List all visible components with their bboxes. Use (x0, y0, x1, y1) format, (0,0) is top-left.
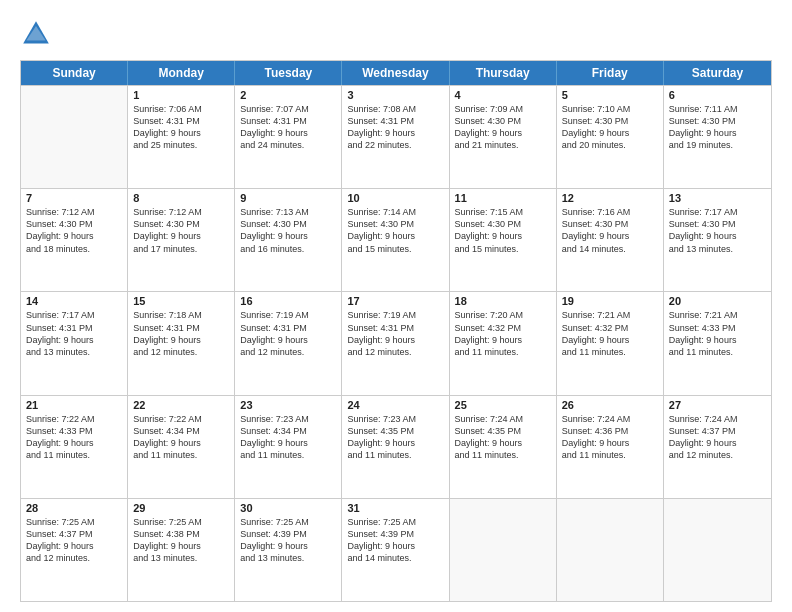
cal-cell: 31Sunrise: 7:25 AMSunset: 4:39 PMDayligh… (342, 499, 449, 601)
cell-line: Sunrise: 7:25 AM (240, 516, 336, 528)
cal-cell: 14Sunrise: 7:17 AMSunset: 4:31 PMDayligh… (21, 292, 128, 394)
cell-line: and 20 minutes. (562, 139, 658, 151)
day-number: 14 (26, 295, 122, 307)
cell-line: Sunrise: 7:10 AM (562, 103, 658, 115)
page: SundayMondayTuesdayWednesdayThursdayFrid… (0, 0, 792, 612)
cell-line: and 16 minutes. (240, 243, 336, 255)
cell-line: and 13 minutes. (133, 552, 229, 564)
cal-cell: 16Sunrise: 7:19 AMSunset: 4:31 PMDayligh… (235, 292, 342, 394)
cell-line: Sunset: 4:32 PM (455, 322, 551, 334)
cell-line: and 11 minutes. (26, 449, 122, 461)
cell-line: Daylight: 9 hours (669, 230, 766, 242)
day-number: 3 (347, 89, 443, 101)
cell-line: Sunset: 4:34 PM (133, 425, 229, 437)
cell-line: and 19 minutes. (669, 139, 766, 151)
cell-line: Sunrise: 7:25 AM (347, 516, 443, 528)
cell-line: Sunset: 4:30 PM (133, 218, 229, 230)
cal-cell: 8Sunrise: 7:12 AMSunset: 4:30 PMDaylight… (128, 189, 235, 291)
day-number: 24 (347, 399, 443, 411)
day-number: 4 (455, 89, 551, 101)
cell-line: Daylight: 9 hours (347, 437, 443, 449)
cal-cell (664, 499, 771, 601)
cell-line: Sunset: 4:31 PM (347, 322, 443, 334)
header (20, 18, 772, 50)
day-number: 25 (455, 399, 551, 411)
cell-line: Sunrise: 7:14 AM (347, 206, 443, 218)
cal-header-cell-thursday: Thursday (450, 61, 557, 85)
cal-cell: 12Sunrise: 7:16 AMSunset: 4:30 PMDayligh… (557, 189, 664, 291)
cell-line: and 18 minutes. (26, 243, 122, 255)
cell-line: and 21 minutes. (455, 139, 551, 151)
cell-line: Sunrise: 7:25 AM (26, 516, 122, 528)
cal-row-3: 21Sunrise: 7:22 AMSunset: 4:33 PMDayligh… (21, 395, 771, 498)
cell-line: and 11 minutes. (133, 449, 229, 461)
cal-row-2: 14Sunrise: 7:17 AMSunset: 4:31 PMDayligh… (21, 291, 771, 394)
cell-line: Sunrise: 7:23 AM (240, 413, 336, 425)
cell-line: Daylight: 9 hours (133, 230, 229, 242)
cell-line: Sunset: 4:30 PM (455, 115, 551, 127)
cell-line: Sunrise: 7:25 AM (133, 516, 229, 528)
cell-line: Sunrise: 7:17 AM (669, 206, 766, 218)
day-number: 13 (669, 192, 766, 204)
cell-line: and 12 minutes. (133, 346, 229, 358)
cell-line: Sunrise: 7:21 AM (669, 309, 766, 321)
cell-line: and 13 minutes. (240, 552, 336, 564)
calendar-header-row: SundayMondayTuesdayWednesdayThursdayFrid… (21, 61, 771, 85)
cell-line: Sunset: 4:30 PM (669, 115, 766, 127)
cell-line: Sunset: 4:35 PM (455, 425, 551, 437)
cell-line: Sunrise: 7:17 AM (26, 309, 122, 321)
day-number: 8 (133, 192, 229, 204)
day-number: 27 (669, 399, 766, 411)
cell-line: Sunset: 4:31 PM (240, 322, 336, 334)
cell-line: Sunrise: 7:22 AM (26, 413, 122, 425)
logo (20, 18, 58, 50)
cal-cell: 29Sunrise: 7:25 AMSunset: 4:38 PMDayligh… (128, 499, 235, 601)
cell-line: Sunset: 4:30 PM (240, 218, 336, 230)
cell-line: Daylight: 9 hours (347, 127, 443, 139)
cell-line: and 11 minutes. (562, 346, 658, 358)
cal-cell: 4Sunrise: 7:09 AMSunset: 4:30 PMDaylight… (450, 86, 557, 188)
cal-cell: 27Sunrise: 7:24 AMSunset: 4:37 PMDayligh… (664, 396, 771, 498)
cal-cell (21, 86, 128, 188)
cal-cell: 5Sunrise: 7:10 AMSunset: 4:30 PMDaylight… (557, 86, 664, 188)
cell-line: Sunset: 4:36 PM (562, 425, 658, 437)
cell-line: Sunset: 4:37 PM (26, 528, 122, 540)
cell-line: Sunrise: 7:16 AM (562, 206, 658, 218)
cal-cell: 18Sunrise: 7:20 AMSunset: 4:32 PMDayligh… (450, 292, 557, 394)
cal-cell: 3Sunrise: 7:08 AMSunset: 4:31 PMDaylight… (342, 86, 449, 188)
cell-line: Sunset: 4:35 PM (347, 425, 443, 437)
cal-cell (557, 499, 664, 601)
day-number: 29 (133, 502, 229, 514)
cell-line: Sunset: 4:30 PM (26, 218, 122, 230)
day-number: 28 (26, 502, 122, 514)
day-number: 26 (562, 399, 658, 411)
cell-line: and 13 minutes. (26, 346, 122, 358)
cell-line: Daylight: 9 hours (26, 334, 122, 346)
cell-line: Daylight: 9 hours (240, 540, 336, 552)
cell-line: and 15 minutes. (347, 243, 443, 255)
cal-header-cell-monday: Monday (128, 61, 235, 85)
cell-line: Sunset: 4:32 PM (562, 322, 658, 334)
calendar: SundayMondayTuesdayWednesdayThursdayFrid… (20, 60, 772, 602)
day-number: 7 (26, 192, 122, 204)
cal-cell: 9Sunrise: 7:13 AMSunset: 4:30 PMDaylight… (235, 189, 342, 291)
day-number: 19 (562, 295, 658, 307)
cal-cell: 10Sunrise: 7:14 AMSunset: 4:30 PMDayligh… (342, 189, 449, 291)
cell-line: Sunrise: 7:13 AM (240, 206, 336, 218)
cal-cell: 17Sunrise: 7:19 AMSunset: 4:31 PMDayligh… (342, 292, 449, 394)
cell-line: Daylight: 9 hours (347, 230, 443, 242)
cell-line: Daylight: 9 hours (240, 127, 336, 139)
cell-line: and 15 minutes. (455, 243, 551, 255)
cell-line: Sunset: 4:30 PM (562, 218, 658, 230)
cell-line: Sunrise: 7:18 AM (133, 309, 229, 321)
cell-line: and 12 minutes. (240, 346, 336, 358)
cal-header-cell-tuesday: Tuesday (235, 61, 342, 85)
day-number: 9 (240, 192, 336, 204)
day-number: 1 (133, 89, 229, 101)
cell-line: Sunrise: 7:24 AM (562, 413, 658, 425)
day-number: 2 (240, 89, 336, 101)
cal-cell: 1Sunrise: 7:06 AMSunset: 4:31 PMDaylight… (128, 86, 235, 188)
cell-line: and 24 minutes. (240, 139, 336, 151)
cell-line: and 11 minutes. (562, 449, 658, 461)
day-number: 5 (562, 89, 658, 101)
